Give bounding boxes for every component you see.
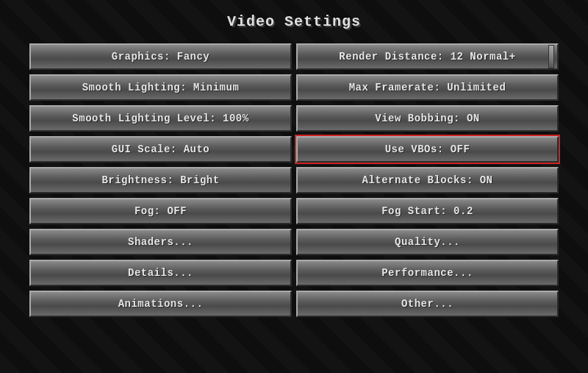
details-button[interactable]: Details... bbox=[29, 260, 292, 286]
brightness-button[interactable]: Brightness: Bright bbox=[29, 167, 292, 193]
fog-button[interactable]: Fog: OFF bbox=[29, 198, 292, 224]
max-framerate-button[interactable]: Max Framerate: Unlimited bbox=[296, 74, 559, 101]
quality-button[interactable]: Quality... bbox=[296, 229, 559, 255]
smooth-lighting-button[interactable]: Smooth Lighting: Minimum bbox=[29, 74, 292, 101]
page-title: Video Settings bbox=[227, 13, 361, 30]
view-bobbing-button[interactable]: View Bobbing: ON bbox=[296, 105, 559, 132]
smooth-lighting-level-button[interactable]: Smooth Lighting Level: 100% bbox=[29, 105, 292, 132]
animations-button[interactable]: Animations... bbox=[29, 291, 292, 317]
alternate-blocks-button[interactable]: Alternate Blocks: ON bbox=[296, 167, 559, 193]
graphics-button[interactable]: Graphics: Fancy bbox=[29, 43, 292, 70]
other-button[interactable]: Other... bbox=[296, 291, 559, 317]
performance-button[interactable]: Performance... bbox=[296, 260, 559, 286]
settings-container: Video Settings Graphics: FancyRender Dis… bbox=[0, 0, 588, 373]
gui-scale-button[interactable]: GUI Scale: Auto bbox=[29, 136, 292, 163]
use-vbos-button[interactable]: Use VBOs: OFF bbox=[296, 136, 559, 163]
settings-grid: Graphics: FancyRender Distance: 12 Norma… bbox=[29, 43, 559, 317]
fog-start-button[interactable]: Fog Start: 0.2 bbox=[296, 198, 559, 224]
render-distance-button[interactable]: Render Distance: 12 Normal+ bbox=[296, 43, 559, 70]
shaders-button[interactable]: Shaders... bbox=[29, 229, 292, 255]
